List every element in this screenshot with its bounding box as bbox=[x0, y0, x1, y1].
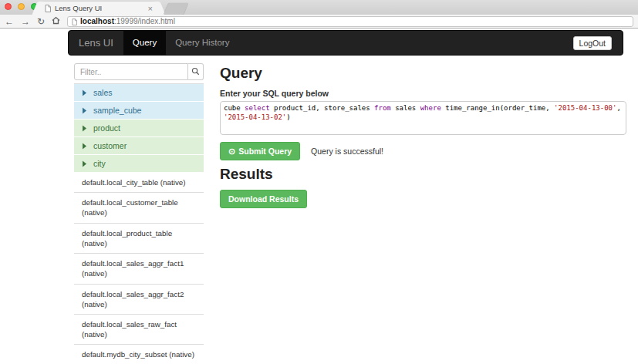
tab-close-icon[interactable]: × bbox=[148, 5, 153, 12]
sidebar-item-table[interactable]: default.local_sales_aggr_fact1 (native) bbox=[74, 254, 204, 284]
chevron-right-icon bbox=[82, 107, 87, 114]
results-title: Results bbox=[220, 166, 626, 183]
navbar-right: LogOut bbox=[573, 31, 623, 55]
cube-label: customer bbox=[93, 141, 127, 150]
sidebar: sales sample_cube product customer city … bbox=[74, 63, 204, 364]
search-icon bbox=[191, 66, 200, 78]
refresh-icon[interactable]: ↻ bbox=[37, 15, 45, 28]
new-tab-button[interactable] bbox=[164, 3, 188, 15]
browser-tab[interactable]: Lens Query UI × bbox=[40, 2, 157, 15]
nav-tab-query[interactable]: Query bbox=[123, 31, 166, 55]
nav-tab-query-history[interactable]: Query History bbox=[166, 31, 238, 55]
filter-input[interactable] bbox=[74, 63, 188, 80]
download-results-button[interactable]: Download Results bbox=[220, 190, 307, 208]
sql-query-label: Enter your SQL query below bbox=[220, 89, 626, 98]
forward-icon[interactable]: → bbox=[21, 15, 30, 28]
submit-query-button[interactable]: ⊙ Submit Query bbox=[220, 142, 300, 160]
window-controls bbox=[5, 3, 38, 10]
top-navbar: Lens UI Query Query History LogOut bbox=[68, 30, 623, 56]
sidebar-item-table[interactable]: default.mydb_city_subset (native) bbox=[74, 345, 204, 364]
url-page-icon bbox=[72, 15, 77, 29]
sidebar-item-sales[interactable]: sales bbox=[74, 84, 204, 102]
sidebar-item-product[interactable]: product bbox=[74, 120, 204, 137]
cube-list: sales sample_cube product customer city … bbox=[74, 83, 204, 364]
home-icon[interactable] bbox=[52, 15, 60, 28]
back-icon[interactable]: ← bbox=[5, 15, 14, 28]
sidebar-item-city[interactable]: city bbox=[74, 155, 204, 173]
chevron-right-icon bbox=[82, 89, 87, 96]
sidebar-item-table[interactable]: default.local_city_table (native) bbox=[74, 173, 204, 193]
chevron-right-icon bbox=[82, 125, 87, 132]
main-content: Query Enter your SQL query below cube se… bbox=[220, 65, 626, 208]
sidebar-item-table[interactable]: default.local_sales_aggr_fact2 (native) bbox=[74, 285, 204, 315]
sql-query-input[interactable]: cube select product_id, store_sales from… bbox=[220, 101, 626, 135]
brand-lens-ui[interactable]: Lens UI bbox=[69, 31, 123, 55]
browser-toolbar: ← → ↻ localhost:19999/index.html bbox=[0, 15, 638, 29]
page-icon bbox=[45, 2, 51, 15]
address-bar[interactable]: localhost:19999/index.html bbox=[67, 16, 633, 27]
chevron-right-icon bbox=[82, 160, 87, 167]
app-page: Lens UI Query Query History LogOut sales… bbox=[0, 29, 638, 363]
play-circle-icon: ⊙ bbox=[228, 147, 235, 155]
page-title: Query bbox=[220, 65, 626, 82]
cube-label: city bbox=[93, 159, 106, 168]
download-results-label: Download Results bbox=[228, 194, 299, 204]
filter-search-button[interactable] bbox=[188, 63, 204, 80]
query-status-message: Query is successful! bbox=[311, 147, 383, 156]
sidebar-item-table[interactable]: default.local_customer_table (native) bbox=[74, 193, 204, 223]
cube-label: product bbox=[93, 123, 120, 133]
logout-button[interactable]: LogOut bbox=[573, 36, 612, 50]
tab-title: Lens Query UI bbox=[55, 4, 144, 12]
sidebar-item-table[interactable]: default.local_product_table (native) bbox=[74, 224, 204, 254]
cube-label: sample_cube bbox=[93, 106, 141, 115]
filter-group bbox=[74, 63, 204, 80]
browser-tabstrip: Lens Query UI × bbox=[0, 0, 638, 15]
window-close-button[interactable] bbox=[5, 3, 12, 10]
sidebar-item-customer[interactable]: customer bbox=[74, 137, 204, 155]
url-path: :19999/index.html bbox=[114, 17, 175, 25]
sidebar-item-table[interactable]: default.local_sales_raw_fact (native) bbox=[74, 315, 204, 345]
url-text: localhost:19999/index.html bbox=[80, 17, 175, 25]
url-host: localhost bbox=[80, 17, 114, 25]
sidebar-item-sample-cube[interactable]: sample_cube bbox=[74, 102, 204, 120]
cube-label: sales bbox=[93, 88, 113, 97]
chevron-right-icon bbox=[82, 143, 87, 150]
submit-query-label: Submit Query bbox=[238, 147, 292, 156]
submit-row: ⊙ Submit Query Query is successful! bbox=[220, 142, 626, 160]
window-minimize-button[interactable] bbox=[18, 3, 25, 10]
